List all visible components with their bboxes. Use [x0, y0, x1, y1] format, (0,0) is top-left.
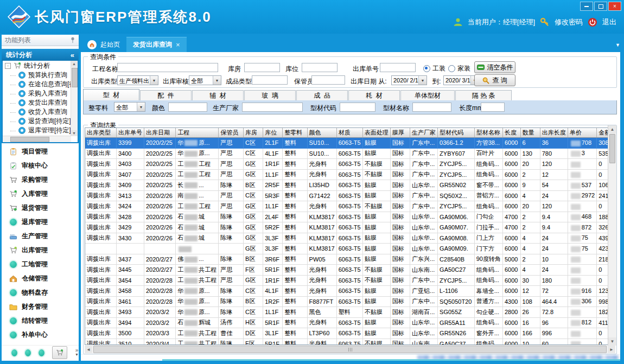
- tree-item[interactable]: 发货出库查询: [3, 98, 78, 107]
- column-header-price[interactable]: 单价: [568, 128, 596, 138]
- tree-vertical-scrollbar[interactable]: ▲ ▼: [71, 61, 78, 136]
- tab-home[interactable]: 起始页: [81, 37, 126, 52]
- chevron-down-icon[interactable]: ▼: [150, 76, 158, 85]
- column-header-whole[interactable]: 整零料: [283, 128, 307, 138]
- close-button[interactable]: ×: [608, 2, 621, 11]
- table-row[interactable]: 调拨出库34072020/2/25工工程严思G区1L1F整料光身料6063-T5…: [85, 169, 615, 180]
- column-header-code[interactable]: 型材代码: [438, 128, 475, 138]
- table-row[interactable]: 调拨出库34002020/2/25华原...严思C区4L1F整料SU10...6…: [85, 148, 615, 159]
- search-button[interactable]: 查 询: [474, 74, 515, 86]
- column-header-name[interactable]: 型材名称: [474, 128, 502, 138]
- logout-link[interactable]: 退出: [602, 17, 616, 27]
- outbound-type-select[interactable]: 生产领料出库 ▼: [117, 75, 158, 85]
- whole-part-select[interactable]: 全部 ▼: [114, 102, 145, 112]
- column-header-location[interactable]: 库位: [263, 128, 283, 138]
- minimize-button[interactable]: [580, 2, 593, 11]
- clear-conditions-button[interactable]: 清空条件: [474, 61, 515, 73]
- table-row[interactable]: 调拨出库34292020/2/26石城陈琳G区5R2F整料KLM38176063…: [85, 222, 615, 233]
- sidebar-menu-item[interactable]: 生产管理: [2, 229, 79, 243]
- pin-icon[interactable]: [70, 37, 75, 43]
- profile-code-input[interactable]: [340, 103, 375, 112]
- column-header-surface[interactable]: 表面处理: [362, 128, 390, 138]
- change-password-link[interactable]: 修改密码: [555, 17, 583, 27]
- collapse-icon[interactable]: «: [71, 51, 74, 59]
- column-header-material[interactable]: 材质: [336, 128, 362, 138]
- keeper-input[interactable]: [311, 75, 345, 85]
- scroll-down-icon[interactable]: ▼: [608, 337, 616, 346]
- hscroll-thumb[interactable]: [93, 346, 607, 353]
- sidebar-menu-item[interactable]: 补单中心: [2, 328, 79, 342]
- table-row[interactable]: 调拨出库34092020/2/25长...陈琳B区2R5F整料LI35HD606…: [85, 180, 615, 191]
- column-header-outlen[interactable]: 出库长度: [540, 128, 568, 138]
- table-row[interactable]: 调拨出库34452020/2/27工共工程严思F区5R1F整料光身料6063-T…: [85, 265, 615, 276]
- cart-toolbar-button[interactable]: [52, 346, 67, 359]
- table-row[interactable]: 调拨出库34932020/3/2华原...陈琳C区1L1F整料黑色塑料不贴膜国标…: [85, 307, 615, 318]
- location-input[interactable]: [302, 63, 338, 72]
- sidebar-menu-item[interactable]: 采购管理: [2, 173, 79, 187]
- vertical-scrollbar[interactable]: ▲ ▼: [608, 125, 616, 346]
- audit-select[interactable]: 全部 ▼: [189, 75, 221, 85]
- date-from-picker[interactable]: 2020/ 2/16 ▼: [391, 75, 427, 85]
- close-tab-icon[interactable]: ×: [176, 41, 180, 49]
- tree-item[interactable]: 在途信息查询[待: [3, 80, 78, 89]
- tree-item[interactable]: 预算执行查询: [3, 71, 78, 80]
- column-header-keeper[interactable]: 保管员: [219, 128, 244, 138]
- radio-gongzhuang[interactable]: 工装: [423, 64, 445, 73]
- horizontal-scrollbar[interactable]: ◄ ►: [85, 346, 615, 353]
- vscroll-thumb[interactable]: [609, 134, 615, 163]
- subtab[interactable]: 耗 材: [348, 90, 400, 100]
- column-header-qty[interactable]: 数量: [520, 128, 540, 138]
- tree-vscroll-thumb[interactable]: [72, 68, 78, 87]
- table-row[interactable]: 调拨出库34282020/2/26石城陈琳G区2L4F整料KLM38176063…: [85, 212, 615, 222]
- subtab[interactable]: 单体型材: [400, 90, 455, 100]
- column-header-warehouse[interactable]: 库房: [244, 128, 263, 138]
- warehouse-input[interactable]: [244, 63, 280, 72]
- table-row[interactable]: 调拨出库34582020/2/28华原...陈琳C区4L1F整料光身料6063-…: [85, 286, 615, 297]
- profile-name-input[interactable]: [412, 103, 451, 112]
- tree-hscroll-thumb[interactable]: [10, 137, 49, 142]
- subtab[interactable]: 型 材: [83, 89, 139, 100]
- sidebar-menu-item[interactable]: 报废管理: [2, 342, 79, 344]
- sidebar-menu-item[interactable]: 入库管理: [2, 187, 79, 201]
- maximize-button[interactable]: [594, 2, 607, 11]
- table-row[interactable]: 调拨出库33992020/2/25华原...严思C区2L1F整料SU10...6…: [85, 138, 615, 149]
- scroll-left-icon[interactable]: ◄: [85, 346, 92, 353]
- subtab[interactable]: 配 件: [140, 90, 192, 100]
- subtab[interactable]: 成 品: [296, 90, 348, 100]
- chevron-down-icon[interactable]: ▼: [137, 103, 145, 111]
- sidebar-menu-item[interactable]: 结转管理: [2, 314, 79, 328]
- column-header-maker[interactable]: 生产厂家: [410, 128, 438, 138]
- column-header-color[interactable]: 颜色: [307, 128, 336, 138]
- sidebar-menu-item[interactable]: 退货管理: [2, 201, 79, 215]
- table-row[interactable]: 调拨出库35002020/3/3工共工程曹佳D区3L1F整料LT3P606063…: [85, 328, 615, 339]
- table-row[interactable]: 调拨出库35102020/3/4工共工程陈琳F区5R1F整料光身料6063-T5…: [85, 339, 615, 345]
- table-row[interactable]: G区3L3F整料KLM38176063-T5贴膜国标山东华...GA90M09.…: [85, 244, 615, 254]
- subtab[interactable]: 辅 材: [192, 90, 244, 100]
- sidebar-menu-item[interactable]: 财务管理: [2, 299, 79, 314]
- tab-list-dropdown-icon[interactable]: ▼: [615, 42, 620, 48]
- chevron-down-icon[interactable]: ▼: [418, 76, 426, 85]
- tree-expander-icon[interactable]: -: [5, 63, 11, 69]
- scroll-down-icon[interactable]: ▼: [71, 130, 77, 136]
- sidebar-menu-item[interactable]: 审核中心: [2, 158, 79, 173]
- column-header-type[interactable]: 出库类型: [85, 128, 116, 138]
- radio-jiazhuang[interactable]: 家装: [448, 64, 470, 73]
- sidebar-menu-item[interactable]: 退库管理: [2, 215, 79, 229]
- expand-more-icon[interactable]: »▼: [75, 348, 79, 357]
- scroll-up-icon[interactable]: ▲: [608, 125, 616, 133]
- table-row[interactable]: 调拨出库34032020/2/25工工程严思G区1R1F整料光身料6063-T5…: [85, 159, 615, 170]
- table-row[interactable]: 调拨出库34942020/3/2石辉城汤伟H区5R1F整料光身料6063-T5贴…: [85, 317, 615, 328]
- product-type-input[interactable]: [252, 75, 288, 85]
- scroll-right-icon[interactable]: ►: [608, 346, 615, 353]
- column-header-project[interactable]: 工程: [176, 128, 219, 138]
- tree-item[interactable]: 收货入库查询: [3, 107, 78, 117]
- subtab[interactable]: 隔 热 条: [455, 90, 512, 100]
- sidebar-menu-item[interactable]: 工地管理: [2, 257, 79, 271]
- table-row[interactable]: 调拨出库34132020/2/26南...严思C区5R3F整料G71422606…: [85, 190, 615, 201]
- tree-item[interactable]: 采购入库查询: [3, 89, 78, 98]
- column-header-date[interactable]: 出库日期: [144, 128, 175, 138]
- table-row[interactable]: 调拨出库34302020/2/26石城陈琳G区3L3F整料KLM38176063…: [85, 233, 615, 244]
- teal-dot-icon[interactable]: [11, 349, 17, 356]
- sidebar-section-header[interactable]: 统计分析 «: [2, 49, 79, 61]
- tree-item[interactable]: 退货查询[待定]: [3, 117, 78, 126]
